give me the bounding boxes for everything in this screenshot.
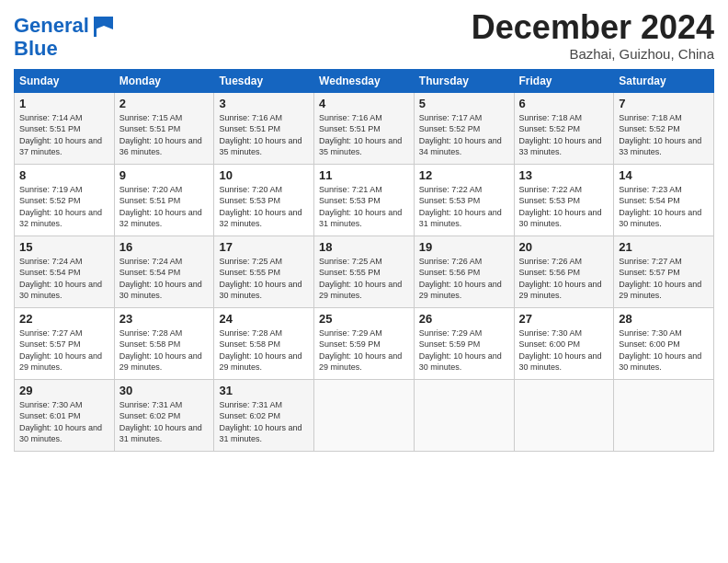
day-number: 22 (19, 312, 109, 326)
day-info: Sunrise: 7:28 AMSunset: 5:58 PMDaylight:… (119, 328, 202, 373)
day-number: 27 (519, 312, 609, 326)
table-row: 3Sunrise: 7:16 AMSunset: 5:51 PMDaylight… (214, 92, 314, 164)
day-number: 1 (19, 97, 109, 110)
day-info: Sunrise: 7:18 AMSunset: 5:52 PMDaylight:… (619, 113, 701, 157)
calendar-week-row: 29Sunrise: 7:30 AMSunset: 6:01 PMDayligh… (15, 379, 714, 451)
day-number: 7 (619, 97, 709, 110)
table-row: 12Sunrise: 7:22 AMSunset: 5:53 PMDayligh… (414, 164, 514, 236)
table-row (514, 379, 614, 451)
day-info: Sunrise: 7:27 AMSunset: 5:57 PMDaylight:… (19, 328, 102, 373)
month-year: December 2024 (472, 9, 714, 46)
day-number: 17 (219, 240, 309, 254)
day-info: Sunrise: 7:16 AMSunset: 5:51 PMDaylight:… (219, 113, 301, 157)
day-info: Sunrise: 7:14 AMSunset: 5:51 PMDaylight:… (19, 113, 102, 157)
table-row: 22Sunrise: 7:27 AMSunset: 5:57 PMDayligh… (15, 307, 115, 379)
day-number: 9 (119, 168, 210, 182)
day-number: 24 (219, 312, 309, 326)
table-row: 5Sunrise: 7:17 AMSunset: 5:52 PMDaylight… (414, 92, 514, 164)
calendar-week-row: 15Sunrise: 7:24 AMSunset: 5:54 PMDayligh… (15, 236, 714, 307)
day-number: 15 (19, 240, 109, 254)
table-row: 31Sunrise: 7:31 AMSunset: 6:02 PMDayligh… (214, 379, 314, 451)
table-row: 2Sunrise: 7:15 AMSunset: 5:51 PMDaylight… (114, 92, 214, 164)
day-number: 5 (419, 97, 509, 110)
calendar-table: Sunday Monday Tuesday Wednesday Thursday… (14, 69, 714, 452)
header-wednesday: Wednesday (314, 69, 415, 92)
day-info: Sunrise: 7:29 AMSunset: 5:59 PMDaylight:… (419, 328, 502, 373)
table-row: 16Sunrise: 7:24 AMSunset: 5:54 PMDayligh… (114, 236, 214, 307)
header-tuesday: Tuesday (214, 69, 314, 92)
table-row: 7Sunrise: 7:18 AMSunset: 5:52 PMDaylight… (614, 92, 714, 164)
day-info: Sunrise: 7:25 AMSunset: 5:55 PMDaylight:… (319, 257, 402, 301)
day-number: 29 (19, 384, 109, 397)
day-number: 3 (219, 97, 309, 110)
day-number: 25 (319, 312, 409, 326)
day-number: 30 (119, 384, 210, 397)
day-info: Sunrise: 7:30 AMSunset: 6:01 PMDaylight:… (19, 400, 102, 444)
day-number: 19 (419, 240, 509, 254)
logo-icon (91, 13, 117, 39)
day-info: Sunrise: 7:27 AMSunset: 5:57 PMDaylight:… (619, 257, 701, 301)
day-number: 14 (619, 168, 709, 182)
header-saturday: Saturday (614, 69, 714, 92)
logo: General Blue (14, 13, 117, 59)
header: General Blue December 2024 Bazhai, Guizh… (14, 9, 714, 62)
day-number: 13 (519, 168, 609, 182)
day-info: Sunrise: 7:31 AMSunset: 6:02 PMDaylight:… (219, 400, 301, 444)
calendar-week-row: 8Sunrise: 7:19 AMSunset: 5:52 PMDaylight… (15, 164, 714, 236)
table-row: 14Sunrise: 7:23 AMSunset: 5:54 PMDayligh… (614, 164, 714, 236)
calendar-week-row: 22Sunrise: 7:27 AMSunset: 5:57 PMDayligh… (15, 307, 714, 379)
table-row: 13Sunrise: 7:22 AMSunset: 5:53 PMDayligh… (514, 164, 614, 236)
day-info: Sunrise: 7:20 AMSunset: 5:53 PMDaylight:… (219, 185, 301, 229)
table-row: 20Sunrise: 7:26 AMSunset: 5:56 PMDayligh… (514, 236, 614, 307)
day-number: 10 (219, 168, 309, 182)
table-row: 8Sunrise: 7:19 AMSunset: 5:52 PMDaylight… (15, 164, 115, 236)
day-info: Sunrise: 7:15 AMSunset: 5:51 PMDaylight:… (119, 113, 202, 157)
day-info: Sunrise: 7:25 AMSunset: 5:55 PMDaylight:… (219, 257, 301, 301)
day-info: Sunrise: 7:22 AMSunset: 5:53 PMDaylight:… (419, 185, 502, 229)
day-number: 4 (319, 97, 409, 110)
title-block: December 2024 Bazhai, Guizhou, China (472, 9, 714, 62)
day-number: 31 (219, 384, 309, 397)
day-number: 12 (419, 168, 509, 182)
day-info: Sunrise: 7:31 AMSunset: 6:02 PMDaylight:… (119, 400, 202, 444)
table-row: 15Sunrise: 7:24 AMSunset: 5:54 PMDayligh… (15, 236, 115, 307)
day-number: 20 (519, 240, 609, 254)
table-row: 9Sunrise: 7:20 AMSunset: 5:51 PMDaylight… (114, 164, 214, 236)
table-row: 4Sunrise: 7:16 AMSunset: 5:51 PMDaylight… (314, 92, 415, 164)
day-number: 26 (419, 312, 509, 326)
day-info: Sunrise: 7:24 AMSunset: 5:54 PMDaylight:… (119, 257, 202, 301)
day-info: Sunrise: 7:26 AMSunset: 5:56 PMDaylight:… (419, 257, 502, 301)
day-info: Sunrise: 7:29 AMSunset: 5:59 PMDaylight:… (319, 328, 402, 373)
calendar-week-row: 1Sunrise: 7:14 AMSunset: 5:51 PMDaylight… (15, 92, 714, 164)
table-row: 10Sunrise: 7:20 AMSunset: 5:53 PMDayligh… (214, 164, 314, 236)
header-friday: Friday (514, 69, 614, 92)
day-number: 6 (519, 97, 609, 110)
table-row: 1Sunrise: 7:14 AMSunset: 5:51 PMDaylight… (15, 92, 115, 164)
table-row (314, 379, 415, 451)
table-row: 18Sunrise: 7:25 AMSunset: 5:55 PMDayligh… (314, 236, 415, 307)
table-row: 30Sunrise: 7:31 AMSunset: 6:02 PMDayligh… (114, 379, 214, 451)
table-row: 26Sunrise: 7:29 AMSunset: 5:59 PMDayligh… (414, 307, 514, 379)
table-row: 24Sunrise: 7:28 AMSunset: 5:58 PMDayligh… (214, 307, 314, 379)
calendar-body: 1Sunrise: 7:14 AMSunset: 5:51 PMDaylight… (15, 92, 714, 451)
day-info: Sunrise: 7:22 AMSunset: 5:53 PMDaylight:… (519, 185, 602, 229)
day-info: Sunrise: 7:26 AMSunset: 5:56 PMDaylight:… (519, 257, 602, 301)
day-info: Sunrise: 7:18 AMSunset: 5:52 PMDaylight:… (519, 113, 602, 157)
table-row (414, 379, 514, 451)
logo-text-blue: Blue (14, 39, 117, 59)
day-info: Sunrise: 7:20 AMSunset: 5:51 PMDaylight:… (119, 185, 202, 229)
day-info: Sunrise: 7:30 AMSunset: 6:00 PMDaylight:… (519, 328, 602, 373)
svg-marker-0 (95, 17, 113, 29)
table-row (614, 379, 714, 451)
day-number: 28 (619, 312, 709, 326)
header-monday: Monday (114, 69, 214, 92)
day-number: 2 (119, 97, 210, 110)
main-container: General Blue December 2024 Bazhai, Guizh… (0, 0, 728, 459)
table-row: 11Sunrise: 7:21 AMSunset: 5:53 PMDayligh… (314, 164, 415, 236)
day-number: 21 (619, 240, 709, 254)
day-info: Sunrise: 7:17 AMSunset: 5:52 PMDaylight:… (419, 113, 502, 157)
table-row: 25Sunrise: 7:29 AMSunset: 5:59 PMDayligh… (314, 307, 415, 379)
header-sunday: Sunday (15, 69, 115, 92)
table-row: 19Sunrise: 7:26 AMSunset: 5:56 PMDayligh… (414, 236, 514, 307)
day-number: 8 (19, 168, 109, 182)
